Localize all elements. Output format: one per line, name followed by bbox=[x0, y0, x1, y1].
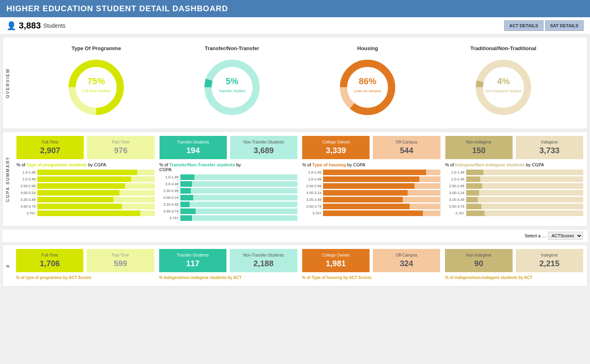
bar-track bbox=[466, 210, 584, 216]
bar-row: 3.25-3.49 bbox=[16, 197, 155, 202]
bar-label: 3.50-3.74 bbox=[160, 209, 180, 213]
bar-label: 3.75+ bbox=[302, 211, 323, 215]
donut-chart: Transfer/Non-Transfer 5% Transfer Studen… bbox=[164, 45, 300, 121]
bar-label: 3.00-3.24 bbox=[16, 191, 37, 195]
bar-bg bbox=[180, 195, 298, 200]
svg-point-4 bbox=[208, 63, 256, 111]
bar-track bbox=[323, 204, 440, 209]
count-box-value: 194 bbox=[163, 146, 224, 155]
bar-track bbox=[180, 188, 298, 194]
score-select[interactable]: ACTScoresSATScores bbox=[548, 232, 583, 240]
bar-fill bbox=[37, 190, 119, 196]
donut-svg-wrap: 75% Full-Time Student bbox=[64, 55, 128, 121]
bar-bg bbox=[180, 181, 298, 187]
subheader: 👤 3,883 Students ACT DETAILS SAT DETAILS bbox=[0, 17, 590, 34]
bar-track bbox=[37, 204, 155, 209]
bar-row: 3.25-3.49 bbox=[445, 197, 584, 202]
count-box-label: College Owned bbox=[305, 140, 366, 144]
donut-charts-row: Type Of Programme 75% Full-Time Student … bbox=[16, 41, 583, 125]
bar-fill bbox=[466, 170, 484, 175]
bar-fill bbox=[323, 197, 403, 202]
sat-details-button[interactable]: SAT DETAILS bbox=[545, 20, 584, 31]
bar-chart: 1.0-1.99 2.0-2.49 2.50-2.99 3.00-3.24 bbox=[16, 170, 155, 216]
bar-label: 3.50-3.74 bbox=[16, 204, 37, 208]
bar-track bbox=[466, 170, 584, 175]
cgpa-column: Full-Time 2,907 Part-Time 976 % of Type … bbox=[16, 136, 155, 222]
bottom-count-box: Non-Indegene 90 bbox=[445, 249, 512, 272]
bar-bg bbox=[466, 197, 584, 202]
bar-label: 2.0-2.49 bbox=[302, 177, 323, 181]
bar-fill bbox=[180, 174, 194, 180]
svg-text:5%: 5% bbox=[226, 76, 238, 86]
bar-label: 3.25-3.49 bbox=[160, 202, 180, 206]
bottom-count-value: 599 bbox=[90, 259, 151, 268]
bar-row: 1.0-1.99 bbox=[445, 170, 584, 175]
bar-row: 3.75+ bbox=[302, 210, 440, 216]
cgpa-content: Full-Time 2,907 Part-Time 976 % of Type … bbox=[12, 132, 587, 226]
donut-title: Traditional/Non-Traditional bbox=[436, 45, 572, 51]
count-box-value: 544 bbox=[376, 146, 437, 155]
bottom-count-box: Transfer-Students 117 bbox=[159, 249, 226, 272]
student-count: 3,883 bbox=[19, 20, 41, 31]
svg-text:Non-indegene Student: Non-indegene Student bbox=[485, 89, 522, 93]
bar-row: 3.00-3.24 bbox=[302, 190, 440, 196]
bottom-count-box: College Owned 1,981 bbox=[302, 249, 370, 272]
chart-title: % of Indegene/Non-Indegene students by C… bbox=[445, 162, 584, 167]
donut-svg: 86% Lives on campus bbox=[335, 55, 400, 119]
donut-svg: 4% Non-indegene Student bbox=[471, 55, 535, 119]
bar-fill bbox=[466, 190, 479, 196]
cgpa-section: CGPA SUMMARY Full-Time 2,907 Part-Time 9… bbox=[2, 131, 588, 226]
count-box: Non-Indegene 150 bbox=[445, 136, 513, 159]
bar-row: 2.0-2.49 bbox=[445, 176, 584, 182]
bar-row: 3.00-3.24 bbox=[445, 190, 584, 196]
cgpa-column: College Owned 3,339 Off-Campus 544 % of … bbox=[302, 136, 440, 222]
bar-track bbox=[180, 202, 298, 207]
donut-svg: 5% Transfer Student bbox=[200, 55, 264, 119]
donut-svg: 75% Full-Time Student bbox=[64, 55, 128, 119]
bar-row: 3.50-3.74 bbox=[302, 204, 440, 209]
bar-fill bbox=[466, 183, 483, 189]
bar-fill bbox=[323, 204, 410, 209]
bottom-chart-title: % of Type of housing by ACT Scores bbox=[302, 275, 440, 280]
bar-track bbox=[466, 183, 584, 189]
bar-fill bbox=[466, 210, 485, 216]
donut-title: Transfer/Non-Transfer bbox=[164, 45, 300, 51]
count-box-label: Non-Transfer-Students bbox=[233, 140, 294, 144]
bar-row: 1.0-1.99 bbox=[302, 170, 440, 175]
donut-chart: Housing 86% Lives on campus bbox=[300, 45, 436, 121]
overview-section: OVERVIEW Type Of Programme 75% Full-Time… bbox=[2, 37, 588, 129]
count-row: Full-Time 2,907 Part-Time 976 bbox=[16, 136, 155, 159]
bar-track bbox=[180, 195, 298, 200]
bar-row: 3.75+ bbox=[16, 210, 155, 216]
bottom-chart-title: % Indegene/non-indegene students by ACT bbox=[159, 275, 297, 280]
bottom-chart-title: % of indegene/non-indegene students by A… bbox=[445, 275, 583, 280]
count-box: Indegene 3,733 bbox=[516, 136, 583, 159]
chart-title-highlight: Type of programme students bbox=[26, 162, 87, 167]
bar-row: 3.00-3.24 bbox=[160, 195, 298, 200]
bottom-count-box: Non-Transfer-Students 2,188 bbox=[230, 249, 297, 272]
bottom-count-row: College Owned 1,981 Off-Campus 324 bbox=[302, 249, 440, 272]
act-details-button[interactable]: ACT DETAILS bbox=[504, 20, 544, 31]
bar-chart: 1.0-1.99 2.0-2.49 2.50-2.99 3.00-3.24 bbox=[160, 174, 298, 221]
bar-bg bbox=[180, 188, 298, 194]
bar-bg bbox=[466, 190, 584, 196]
bar-row: 3.50-3.74 bbox=[16, 204, 155, 209]
bottom-count-row: Non-Indegene 90 Indegene 2,215 bbox=[445, 249, 583, 272]
bar-row: 3.00-3.24 bbox=[16, 190, 155, 196]
bar-label: 3.75+ bbox=[16, 211, 37, 215]
donut-chart: Traditional/Non-Traditional 4% Non-indeg… bbox=[436, 45, 572, 121]
bar-row: 3.25-3.49 bbox=[302, 197, 440, 202]
bar-fill bbox=[323, 176, 419, 182]
chart-title-highlight: Indegene/Non-Indegene students bbox=[455, 162, 525, 167]
bar-fill bbox=[466, 176, 480, 182]
donut-svg-wrap: 86% Lives on campus bbox=[335, 55, 400, 121]
bar-chart: 1.0-1.99 2.0-2.49 2.50-2.99 3.00-3.24 bbox=[302, 170, 440, 216]
bottom-content: Full-Time 1,706 Part-Time 599 % of type … bbox=[12, 245, 587, 286]
bar-label: 1.0-1.99 bbox=[16, 170, 37, 174]
count-box: Non-Transfer-Students 3,689 bbox=[230, 136, 297, 159]
cgpa-column: Non-Indegene 150 Indegene 3,733 % of Ind… bbox=[445, 136, 584, 222]
count-row: College Owned 3,339 Off-Campus 544 bbox=[302, 136, 440, 159]
svg-point-12 bbox=[479, 63, 527, 111]
bottom-section: p Full-Time 1,706 Part-Time 599 % of typ… bbox=[2, 245, 588, 287]
svg-text:75%: 75% bbox=[87, 76, 105, 86]
